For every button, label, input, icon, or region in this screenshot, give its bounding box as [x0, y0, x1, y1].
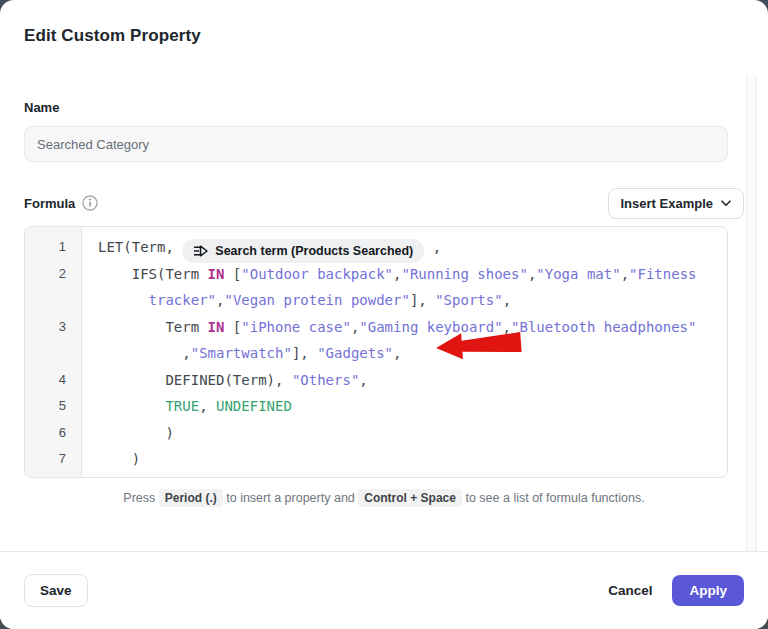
- code-row: 6 ): [25, 420, 727, 447]
- insert-example-button[interactable]: Insert Example: [608, 188, 745, 219]
- line-number: 1: [25, 234, 82, 261]
- code-row: 5 TRUE, UNDEFINED: [25, 393, 727, 420]
- modal-header: Edit Custom Property: [0, 0, 768, 46]
- apply-button[interactable]: Apply: [672, 575, 744, 606]
- line-number: [25, 340, 82, 367]
- code-row: 2 IFS(Term IN ["Outdoor backpack","Runni…: [25, 261, 727, 288]
- info-icon[interactable]: [82, 195, 98, 211]
- line-number: 6: [25, 420, 82, 447]
- code-row: 7 ): [25, 446, 727, 473]
- formula-label: Formula: [24, 196, 75, 211]
- code-row: 3 Term IN ["iPhone case","Gaming keyboar…: [25, 314, 727, 341]
- code-row: tracker","Vegan protein powder"], "Sport…: [25, 287, 727, 314]
- formula-row: Formula Insert Example: [24, 188, 744, 218]
- line-number: 4: [25, 367, 82, 394]
- cancel-button[interactable]: Cancel: [606, 575, 654, 606]
- save-button[interactable]: Save: [24, 574, 88, 607]
- code-row: 4 DEFINED(Term), "Others",: [25, 367, 727, 394]
- name-input[interactable]: [24, 126, 728, 162]
- modal-title: Edit Custom Property: [24, 26, 744, 46]
- vertical-scrollbar[interactable]: [746, 75, 757, 551]
- formula-editor[interactable]: 1LET(Term, Search term (Products Searche…: [24, 226, 728, 478]
- chevron-down-icon: [721, 200, 731, 207]
- keyboard-hint: Press Period (.) to insert a property an…: [24, 491, 744, 505]
- line-number: 5: [25, 393, 82, 420]
- edit-custom-property-modal: Edit Custom Property Name Formula Insert…: [0, 0, 768, 629]
- modal-footer: Save Cancel Apply: [0, 551, 768, 629]
- modal-body: Name Formula Insert Example: [0, 100, 768, 505]
- code-row: 1LET(Term, Search term (Products Searche…: [25, 234, 727, 261]
- line-number: 3: [25, 314, 82, 341]
- keyboard-shortcut-chip: Period (.): [159, 489, 223, 507]
- line-number: [25, 287, 82, 314]
- name-label: Name: [24, 100, 744, 115]
- line-number: 2: [25, 261, 82, 288]
- code-row: ,"Smartwatch"], "Gadgets",: [25, 340, 727, 367]
- insert-example-label: Insert Example: [621, 196, 714, 211]
- keyboard-shortcut-chip: Control + Space: [358, 489, 462, 507]
- property-chip[interactable]: Search term (Products Searched): [182, 239, 424, 263]
- line-number: 7: [25, 446, 82, 473]
- property-chip-icon: [193, 244, 208, 258]
